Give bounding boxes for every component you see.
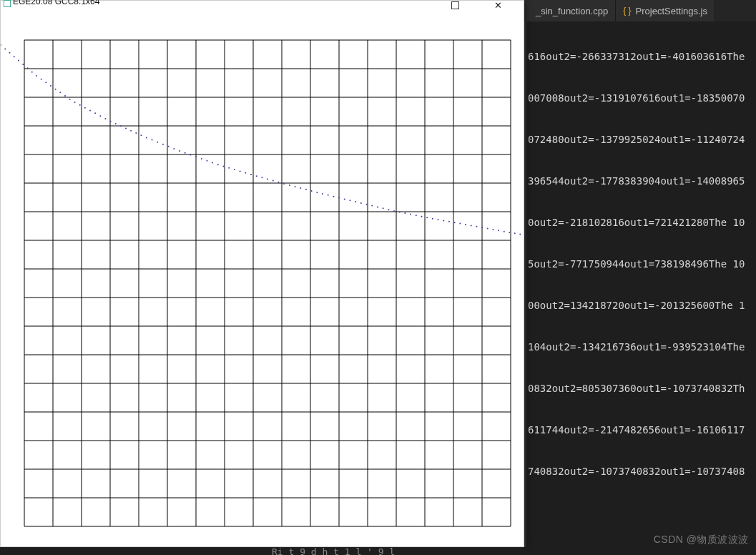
console-line: 072480out2=-1379925024out1=-11240724 bbox=[524, 133, 756, 146]
svg-point-119 bbox=[438, 219, 439, 220]
svg-point-123 bbox=[459, 223, 461, 225]
console-line: 007008out2=-1319107616out1=-18350070 bbox=[524, 92, 756, 104]
svg-point-82 bbox=[234, 169, 235, 170]
tab-label: _sin_function.cpp bbox=[536, 6, 608, 16]
svg-point-90 bbox=[278, 182, 279, 183]
svg-point-97 bbox=[316, 192, 318, 193]
ide-background: _sin_function.cpp { } ProjectSettings.js… bbox=[524, 0, 756, 555]
graphics-window: EGE20.08 GCC8.1x64 bbox=[0, 0, 524, 547]
svg-point-130 bbox=[498, 230, 499, 231]
svg-point-106 bbox=[366, 204, 368, 205]
svg-point-93 bbox=[295, 186, 296, 187]
svg-point-100 bbox=[333, 196, 334, 197]
svg-point-48 bbox=[55, 89, 57, 90]
svg-point-50 bbox=[64, 95, 66, 97]
svg-point-132 bbox=[509, 232, 510, 233]
plotted-curve bbox=[1, 9, 524, 546]
console-line: 0832out2=805307360out1=-1073740832Th bbox=[524, 382, 756, 395]
svg-point-57 bbox=[99, 115, 101, 117]
svg-point-112 bbox=[399, 212, 401, 213]
svg-point-52 bbox=[74, 102, 76, 103]
svg-point-131 bbox=[504, 231, 505, 232]
svg-point-84 bbox=[245, 172, 246, 174]
svg-point-92 bbox=[289, 185, 290, 186]
bottom-strip bbox=[0, 547, 524, 555]
tab-project-settings[interactable]: { } ProjectSettings.js bbox=[616, 0, 715, 21]
svg-point-39 bbox=[14, 56, 15, 57]
svg-point-46 bbox=[45, 82, 46, 83]
svg-point-134 bbox=[519, 233, 521, 235]
tab-label: ProjectSettings.js bbox=[636, 6, 707, 16]
svg-point-114 bbox=[410, 214, 411, 215]
svg-point-44 bbox=[36, 75, 37, 77]
svg-point-73 bbox=[185, 152, 186, 154]
svg-point-64 bbox=[135, 132, 137, 134]
plot-canvas bbox=[1, 9, 524, 546]
console-output: 616out2=-266337312out1=-401603616The0070… bbox=[524, 0, 756, 555]
console-line: 5out2=-771750944out1=738198496The 10 bbox=[524, 257, 756, 270]
svg-point-66 bbox=[146, 137, 147, 139]
window-title: EGE20.08 GCC8.1x64 bbox=[13, 0, 99, 5]
svg-point-80 bbox=[223, 165, 225, 167]
svg-point-83 bbox=[240, 170, 241, 172]
svg-point-72 bbox=[179, 150, 180, 152]
svg-point-36 bbox=[1, 44, 1, 46]
bottom-faint-text: Ri t 9 d h t 1 l ' 9 l bbox=[272, 546, 395, 555]
svg-point-75 bbox=[195, 156, 197, 157]
svg-point-128 bbox=[487, 228, 489, 230]
svg-point-38 bbox=[9, 52, 11, 54]
editor-tabs: _sin_function.cpp { } ProjectSettings.js bbox=[524, 0, 756, 21]
svg-point-47 bbox=[50, 85, 51, 87]
svg-point-37 bbox=[4, 48, 6, 49]
svg-point-89 bbox=[273, 180, 274, 182]
console-line: 0out2=-218102816out1=721421280The 10 bbox=[524, 216, 756, 229]
svg-point-42 bbox=[27, 67, 29, 69]
console-line: 611744out2=-2147482656out1=-16106117 bbox=[524, 423, 756, 436]
svg-point-69 bbox=[162, 144, 164, 145]
svg-point-65 bbox=[140, 134, 142, 136]
svg-point-40 bbox=[18, 60, 19, 62]
svg-point-59 bbox=[110, 121, 112, 122]
json-file-icon: { } bbox=[623, 6, 631, 16]
svg-point-55 bbox=[89, 110, 91, 112]
svg-point-125 bbox=[471, 225, 472, 226]
svg-point-126 bbox=[476, 226, 477, 227]
svg-point-113 bbox=[404, 212, 406, 214]
svg-point-61 bbox=[120, 125, 122, 127]
svg-point-115 bbox=[416, 215, 417, 216]
svg-point-87 bbox=[261, 177, 262, 178]
svg-point-70 bbox=[168, 146, 170, 147]
svg-point-76 bbox=[201, 158, 202, 159]
svg-point-96 bbox=[311, 190, 313, 192]
svg-point-67 bbox=[152, 139, 153, 141]
svg-point-71 bbox=[173, 148, 175, 149]
svg-point-129 bbox=[492, 229, 494, 230]
svg-point-74 bbox=[190, 154, 191, 156]
svg-point-111 bbox=[393, 210, 395, 212]
svg-point-43 bbox=[31, 72, 33, 73]
svg-point-86 bbox=[256, 175, 257, 177]
svg-point-56 bbox=[94, 112, 96, 114]
svg-point-103 bbox=[349, 200, 350, 201]
svg-point-94 bbox=[300, 187, 301, 189]
svg-point-95 bbox=[305, 189, 307, 190]
svg-point-107 bbox=[371, 205, 373, 207]
console-line: 396544out2=-1778383904out1=-14008965 bbox=[524, 175, 756, 187]
svg-point-54 bbox=[84, 107, 86, 109]
svg-point-120 bbox=[443, 220, 444, 221]
svg-point-101 bbox=[338, 197, 340, 199]
svg-point-63 bbox=[130, 130, 132, 132]
svg-point-98 bbox=[322, 193, 323, 195]
watermark: CSDN @物质波波波 bbox=[654, 534, 749, 546]
tab-sin-function[interactable]: _sin_function.cpp bbox=[524, 0, 616, 21]
svg-point-109 bbox=[383, 207, 384, 209]
console-line: 00out2=134218720out1=-201325600The 1 bbox=[524, 299, 756, 312]
svg-point-118 bbox=[432, 218, 433, 220]
svg-point-104 bbox=[355, 201, 356, 202]
console-line: 104out2=-134216736out1=-939523104The bbox=[524, 340, 756, 353]
svg-point-110 bbox=[388, 209, 389, 210]
svg-point-81 bbox=[228, 167, 230, 169]
svg-point-102 bbox=[344, 198, 345, 200]
window-titlebar[interactable]: EGE20.08 GCC8.1x64 bbox=[1, 1, 524, 9]
svg-point-121 bbox=[448, 221, 450, 222]
